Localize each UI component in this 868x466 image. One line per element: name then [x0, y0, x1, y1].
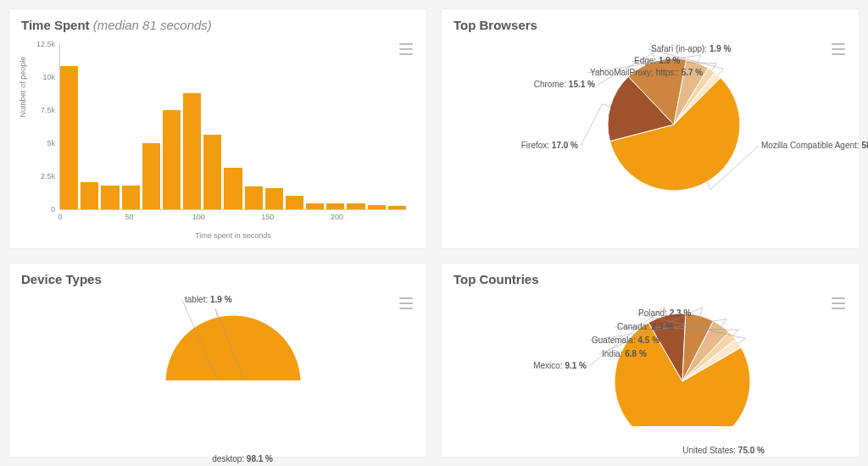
- bar[interactable]: [326, 203, 344, 208]
- bar[interactable]: [101, 186, 119, 209]
- pie-label: YahooMailProxy; https:: 5.7 %: [590, 68, 703, 77]
- pie-label: Chrome: 15.1 %: [534, 80, 595, 89]
- bar[interactable]: [203, 135, 221, 208]
- card-title: Time Spent (median 81 seconds): [21, 18, 415, 32]
- bar[interactable]: [286, 196, 303, 209]
- card-top-countries: Top Countries United States: 75.0 %Mexic…: [441, 263, 860, 458]
- pie-label: United States: 75.0 %: [682, 446, 765, 455]
- bar[interactable]: [60, 66, 78, 208]
- pie-label: Canada: 2.3 %: [617, 322, 673, 331]
- x-axis: Time spent in seconds 050100150200: [60, 211, 406, 240]
- bar[interactable]: [388, 206, 406, 208]
- card-time-spent: Time Spent (median 81 seconds) Number of…: [8, 8, 427, 249]
- card-device-types: Device Types desktop: 98.1 %tablet: 1.9 …: [8, 263, 427, 458]
- card-title: Top Countries: [453, 272, 847, 286]
- pie-slice[interactable]: [165, 314, 301, 380]
- pie-chart-countries: United States: 75.0 %Mexico: 9.1 %India:…: [453, 290, 847, 449]
- pie-label: Mozilla Compatible Agent: 58.5 %: [761, 141, 868, 150]
- card-title: Top Browsers: [453, 18, 847, 32]
- bars: [60, 44, 406, 209]
- bar[interactable]: [347, 203, 364, 208]
- pie-label: Edge: 1.9 %: [634, 56, 681, 65]
- dashboard: Time Spent (median 81 seconds) Number of…: [0, 0, 868, 466]
- bar[interactable]: [224, 168, 242, 208]
- pie-chart-devices: desktop: 98.1 %tablet: 1.9 %: [21, 290, 415, 449]
- x-axis-label: Time spent in seconds: [60, 231, 406, 240]
- y-axis: 02.5k5k7.5k10k12.5k: [21, 44, 58, 209]
- bar[interactable]: [81, 182, 98, 208]
- pie-label: Firefox: 17.0 %: [521, 141, 578, 150]
- title-text: Time Spent: [21, 18, 90, 32]
- card-title: Device Types: [21, 272, 415, 286]
- bar[interactable]: [306, 203, 324, 208]
- bar[interactable]: [183, 93, 201, 209]
- pie-label: desktop: 98.1 %: [212, 454, 273, 463]
- pie-label: India: 6.8 %: [602, 349, 647, 358]
- title-subtitle: (median 81 seconds): [93, 18, 212, 32]
- pie-label: tablet: 1.9 %: [185, 295, 232, 304]
- bar[interactable]: [122, 186, 140, 209]
- bar[interactable]: [163, 110, 181, 209]
- pie-label: Safari (in-app): 1.9 %: [651, 44, 732, 53]
- pie-chart-browsers: Mozilla Compatible Agent: 58.5 %Firefox:…: [453, 36, 847, 240]
- bar[interactable]: [368, 205, 386, 209]
- bar[interactable]: [265, 188, 283, 209]
- pie-label: Poland: 2.3 %: [638, 308, 691, 318]
- bar[interactable]: [245, 186, 263, 208]
- bar[interactable]: [142, 143, 160, 209]
- card-top-browsers: Top Browsers Mozilla Compatible Agent: 5…: [441, 8, 860, 249]
- pie-label: Guatemala: 4.5 %: [592, 336, 659, 345]
- bar-chart: Number of people 02.5k5k7.5k10k12.5k Tim…: [21, 36, 415, 240]
- pie-label: Mexico: 9.1 %: [533, 361, 587, 370]
